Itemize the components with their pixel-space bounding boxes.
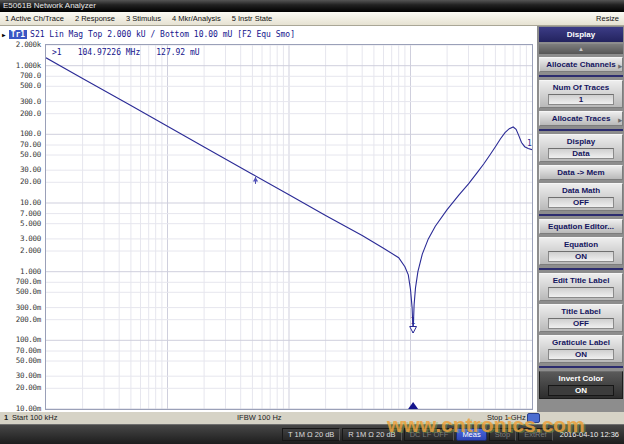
y-tick-label: 20.00 [20,177,41,186]
softkey-label: Equation Editor... [541,222,621,231]
y-tick-label: 700.0m [16,277,41,286]
softkey-label: Invert Color [541,374,621,383]
status-field-r-1m-20-db: R 1M Ω 20 dB [342,428,401,441]
trace-id-badge[interactable]: Tr1 [9,30,27,39]
softkey-edit-title-label[interactable]: Edit Title Label [539,273,623,301]
softkey-label: Data -> Mem [541,168,621,177]
softkey-display[interactable]: DisplayData [539,134,623,162]
softkey-group: Num Of Traces1Allocate Traces▶ [539,75,623,129]
y-tick-label: 500.0m [16,287,41,296]
softkey-value: 1 [548,94,614,105]
softkey-equation-editor[interactable]: Equation Editor... [539,219,623,234]
status-field-dc-lf-off: DC LF OFF [404,428,455,441]
softkey-group: Equation Editor...EquationON [539,214,623,268]
y-tick-label: 7.000 [20,209,41,218]
stop-frequency: Stop 1 GHz [487,413,526,422]
y-tick-label: 300.0 [20,97,41,106]
softkey-group: Invert ColorON [539,366,623,402]
ifbw-readout: IFBW 100 Hz [237,413,282,422]
softkey-groups: Allocate Channels▶Num Of Traces1Allocate… [539,54,623,402]
svg-text:1: 1 [411,317,416,326]
graticule-and-trace: 11 [46,45,532,409]
window-title-bar[interactable]: E5061B Network Analyzer [0,0,624,12]
softkey-value [548,287,614,298]
softkey-menu-title: Display [539,27,623,42]
channel-number: 1 [4,413,8,422]
softkey-scroll-up-button[interactable]: ▲ [539,44,623,54]
softkey-invert-color[interactable]: Invert ColorON [539,371,623,399]
y-tick-label: 100.0m [16,335,41,344]
softkey-label: Data Math [541,186,621,195]
trace-select-arrow-icon: ▶ [2,31,6,38]
status-field-stop: Stop [489,428,516,441]
marker-frequency: 104.97226 MHz [78,48,141,57]
softkey-data-math[interactable]: Data MathOFF [539,183,623,211]
softkey-graticule-label[interactable]: Graticule LabelON [539,335,623,363]
marker-readout: >1 104.97226 MHz 127.92 mU [52,48,200,57]
softkey-label: Equation [541,240,621,249]
softkey-value: ON [548,385,614,396]
trace-tick-marker [253,177,258,184]
status-field-extref: ExtRef [518,428,553,441]
y-tick-label: 500.0 [20,81,41,90]
softkey-value: ON [548,349,614,360]
softkey-value: OFF [548,197,614,208]
y-tick-label: 70.00 [20,140,41,149]
softkey-title-label[interactable]: Title LabelOFF [539,304,623,332]
y-tick-label: 300.0m [16,303,41,312]
softkey-group: DisplayDataData -> MemData MathOFF [539,129,623,214]
marker-value: 127.92 mU [156,48,199,57]
y-tick-label: 200.0 [20,109,41,118]
softkey-value: OFF [548,318,614,329]
softkey-data-mem[interactable]: Data -> Mem [539,165,623,180]
softkey-submenu-arrow-icon: ▶ [618,62,622,71]
softkey-label: Title Label [541,307,621,316]
y-tick-label: 3.000 [20,234,41,243]
softkey-value: Data [548,148,614,159]
softkey-label: Graticule Label [541,338,621,347]
softkey-equation[interactable]: EquationON [539,237,623,265]
y-tick-label: 700.0 [20,71,41,80]
y-tick-label: 5.000 [20,219,41,228]
y-tick-label: 30.00 [20,165,41,174]
plot-region: ▶ Tr1 S21 Lin Mag Top 2.000 kU / Bottom … [0,26,537,412]
datetime-readout: 2016-04-10 12:36 [560,430,619,439]
softkey-label: Edit Title Label [541,276,621,285]
y-tick-label: 10.00 [20,198,41,207]
softkey-num-of-traces[interactable]: Num Of Traces1 [539,80,623,108]
window-title: E5061B Network Analyzer [3,1,96,10]
menu-item-3-stimulus[interactable]: 3 Stimulus [126,14,161,23]
softkey-group: Allocate Channels▶ [539,54,623,75]
softkey-label: Allocate Channels [541,60,621,69]
softkey-group: Edit Title Label Title LabelOFFGraticule… [539,268,623,366]
y-tick-label: 2.000k [16,40,41,49]
y-tick-label: 70.00m [16,346,41,355]
trace-info-bar: ▶ Tr1 S21 Lin Mag Top 2.000 kU / Bottom … [2,28,295,40]
menu-bar: 1 Active Ch/Trace2 Response3 Stimulus4 M… [0,12,624,26]
channel-status-bar: 1 Start 100 kHz IFBW 100 Hz Stop 1 GHz [0,412,624,424]
y-tick-label: 1.000k [16,61,41,70]
y-tick-label: 30.00m [16,371,41,380]
start-frequency: Start 100 kHz [12,413,57,422]
menu-item-1-active-ch-trace[interactable]: 1 Active Ch/Trace [5,14,64,23]
softkey-submenu-arrow-icon: ▶ [618,116,622,125]
softkey-allocate-traces[interactable]: Allocate Traces▶ [539,111,623,126]
menu-item-2-response[interactable]: 2 Response [75,14,115,23]
stimulus-marker-icon[interactable] [408,402,418,409]
y-tick-label: 50.00m [16,356,41,365]
y-axis-labels: 2.000k1.000k700.0500.0300.0200.0100.070.… [0,44,43,410]
marker-number: >1 [52,48,62,57]
y-tick-label: 20.00m [16,383,41,392]
trace-number-label: 1 [527,139,532,148]
status-indicator-icon [527,413,540,423]
softkey-label: Display [541,137,621,146]
y-tick-label: 200.0m [16,315,41,324]
menu-item-resize[interactable]: Resize [596,14,619,23]
instrument-status-bar: T 1M Ω 20 dBR 1M Ω 20 dBDC LF OFFMeasSto… [0,424,624,444]
menu-item-4-mkr-analysis[interactable]: 4 Mkr/Analysis [172,14,221,23]
softkey-allocate-channels[interactable]: Allocate Channels▶ [539,57,623,72]
trace-settings-text: S21 Lin Mag Top 2.000 kU / Bottom 10.00 … [30,30,295,39]
status-field-t-1m-20-db: T 1M Ω 20 dB [282,428,340,441]
y-tick-label: 2.000 [20,246,41,255]
menu-item-5-instr-state[interactable]: 5 Instr State [232,14,272,23]
